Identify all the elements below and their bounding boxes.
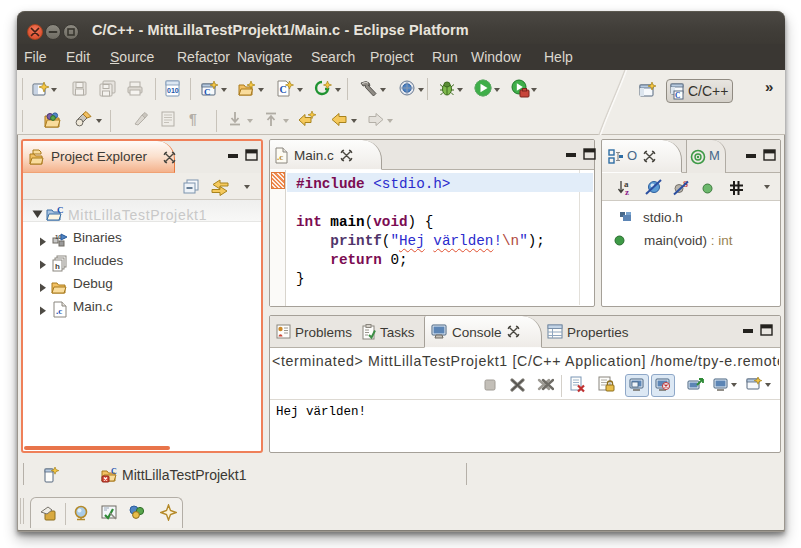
svg-text:C: C xyxy=(675,91,680,100)
svg-text:C: C xyxy=(111,467,117,476)
svg-text:z: z xyxy=(625,187,629,196)
svg-text:C: C xyxy=(57,205,64,215)
svg-text:h: h xyxy=(55,262,60,271)
svg-text:010: 010 xyxy=(167,87,179,94)
svg-text:.c: .c xyxy=(56,306,62,316)
svg-text:C: C xyxy=(204,87,211,97)
svg-text:C: C xyxy=(280,84,287,95)
svg-text:.c: .c xyxy=(277,152,283,162)
